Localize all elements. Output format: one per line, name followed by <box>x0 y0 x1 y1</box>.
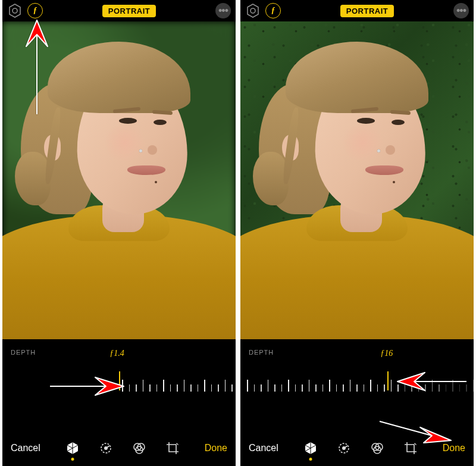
depth-panel: DEPTH ƒ16 <box>240 343 474 356</box>
crop-tool-icon[interactable] <box>165 440 180 456</box>
topbar: ƒ PORTRAIT ••• <box>240 0 474 21</box>
edit-tools <box>65 440 180 456</box>
cancel-button[interactable]: Cancel <box>11 443 40 454</box>
photo-subject <box>240 21 474 339</box>
done-button[interactable]: Done <box>205 443 227 454</box>
mode-badge[interactable]: PORTRAIT <box>340 5 394 17</box>
phone-right: ƒ PORTRAIT ••• DEPTH ƒ16 <box>240 0 474 466</box>
depth-panel: DEPTH ƒ1.4 <box>2 343 236 356</box>
ellipsis-icon: ••• <box>218 5 228 17</box>
more-button[interactable]: ••• <box>215 3 231 18</box>
filters-tool-icon[interactable] <box>131 440 147 456</box>
adjust-tool-icon[interactable] <box>98 440 114 456</box>
depth-indicator <box>387 371 389 390</box>
depth-label: DEPTH <box>249 349 274 356</box>
portrait-lighting-icon[interactable] <box>245 3 261 18</box>
depth-fvalue: ƒ16 <box>380 349 393 358</box>
annotation-arrow-to-aperture <box>19 14 55 115</box>
aperture-button[interactable]: ƒ <box>265 3 281 18</box>
svg-marker-8 <box>248 4 258 17</box>
portrait-tool-icon[interactable] <box>303 440 318 456</box>
more-button[interactable]: ••• <box>453 3 469 18</box>
svg-point-1 <box>12 8 17 13</box>
f-glyph: ƒ <box>271 6 275 15</box>
phone-left: ƒ PORTRAIT ••• DEPTH ƒ1.4 <box>2 0 236 466</box>
annotation-arrow-to-slider-right <box>396 368 468 395</box>
annotation-arrow-to-slider-left <box>49 373 126 400</box>
photo-preview[interactable] <box>240 21 474 339</box>
annotation-arrow-to-done <box>377 417 455 446</box>
mode-badge[interactable]: PORTRAIT <box>102 5 156 17</box>
svg-point-9 <box>250 8 255 13</box>
depth-fvalue: ƒ1.4 <box>109 349 124 358</box>
adjust-tool-icon[interactable] <box>336 440 352 456</box>
bottombar: Cancel Done <box>2 430 236 466</box>
depth-label: DEPTH <box>11 349 36 356</box>
cancel-button[interactable]: Cancel <box>249 443 278 454</box>
portrait-tool-icon[interactable] <box>65 440 80 456</box>
ellipsis-icon: ••• <box>456 5 466 17</box>
